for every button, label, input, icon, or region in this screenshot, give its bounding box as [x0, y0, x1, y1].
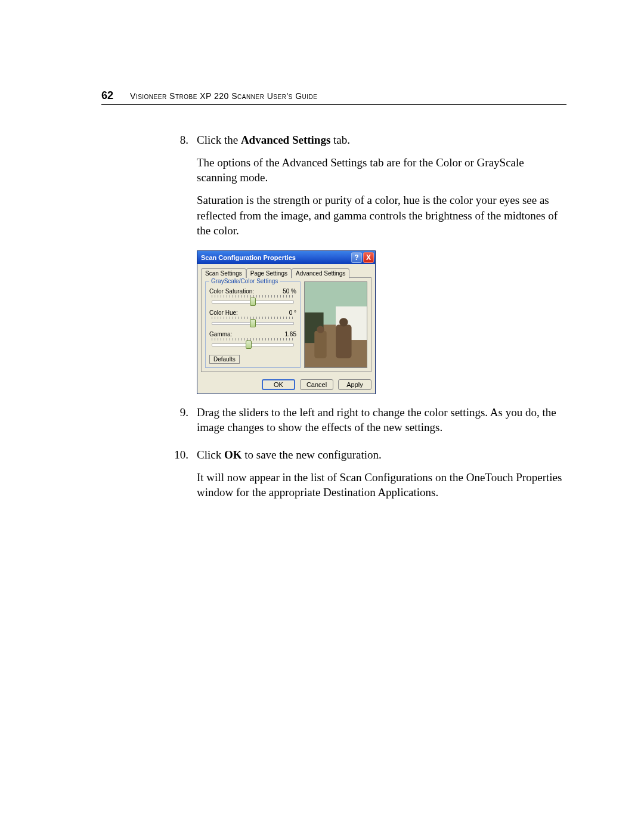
ok-button[interactable]: OK [262, 379, 295, 390]
saturation-row: Color Saturation: 50 % [209, 288, 296, 306]
dialog-screenshot: Scan Configuration Properties ? X Scan S… [197, 250, 566, 394]
hue-slider[interactable] [212, 319, 294, 327]
step-8-para3: Saturation is the strength or purity of … [197, 193, 566, 239]
step-number: 8. [173, 132, 197, 246]
text: Click the [197, 134, 241, 146]
saturation-label: Color Saturation: [209, 288, 254, 295]
help-button[interactable]: ? [351, 252, 362, 263]
tab-advanced-settings[interactable]: Advanced Settings [292, 268, 349, 278]
bold-text: Advanced Settings [241, 134, 330, 146]
svg-point-6 [317, 326, 324, 333]
tab-strip: Scan Settings Page Settings Advanced Set… [201, 268, 371, 278]
slider-thumb[interactable] [246, 340, 252, 349]
page-header: 62 Visioneer Strobe XP 220 Scanner User'… [101, 89, 566, 105]
step-9: 9. Drag the sliders to the left and righ… [173, 405, 566, 442]
grayscale-color-fieldset: GrayScale/Color Settings Color Saturatio… [205, 281, 301, 368]
text: tab. [330, 134, 350, 146]
gamma-slider[interactable] [212, 340, 294, 349]
help-icon: ? [354, 253, 358, 262]
apply-button[interactable]: Apply [338, 379, 371, 390]
gamma-label: Gamma: [209, 331, 232, 337]
scan-config-dialog: Scan Configuration Properties ? X Scan S… [197, 250, 376, 394]
tab-page-settings[interactable]: Page Settings [246, 268, 292, 278]
cancel-button[interactable]: Cancel [300, 379, 333, 390]
svg-rect-5 [336, 324, 352, 358]
step-number: 10. [173, 447, 197, 507]
close-icon: X [366, 253, 371, 262]
slider-thumb[interactable] [250, 319, 256, 327]
hue-value: 0 ° [289, 309, 296, 316]
gamma-row: Gamma: 1.65 [209, 331, 296, 349]
gamma-value: 1.65 [285, 331, 296, 337]
step-10: 10. Click OK to save the new configurati… [173, 447, 566, 507]
step-9-text: Drag the sliders to the left and right t… [197, 405, 566, 435]
step-number: 9. [173, 405, 197, 442]
text: to save the new configuration. [242, 448, 381, 461]
fieldset-legend: GrayScale/Color Settings [209, 278, 280, 284]
step-8-line1: Click the Advanced Settings tab. [197, 132, 566, 148]
dialog-titlebar: Scan Configuration Properties ? X [197, 251, 375, 264]
hue-row: Color Hue: 0 ° [209, 309, 296, 327]
page-number: 62 [101, 89, 113, 102]
tab-scan-settings[interactable]: Scan Settings [201, 268, 246, 278]
step-10-line1: Click OK to save the new configuration. [197, 447, 566, 463]
dialog-buttons: OK Cancel Apply [197, 376, 375, 394]
dialog-title: Scan Configuration Properties [201, 254, 350, 261]
defaults-button[interactable]: Defaults [209, 355, 240, 364]
step-10-para2: It will now appear in the list of Scan C… [197, 470, 566, 500]
hue-label: Color Hue: [209, 309, 238, 316]
close-button[interactable]: X [363, 252, 374, 263]
step-8: 8. Click the Advanced Settings tab. The … [173, 132, 566, 246]
document-title: Visioneer Strobe XP 220 Scanner User's G… [130, 91, 317, 101]
text: Click [197, 448, 224, 461]
bold-text: OK [224, 448, 242, 461]
svg-point-7 [339, 318, 348, 326]
slider-thumb[interactable] [250, 298, 256, 306]
svg-rect-4 [314, 331, 326, 358]
step-8-para2: The options of the Advanced Settings tab… [197, 155, 566, 185]
advanced-settings-panel: GrayScale/Color Settings Color Saturatio… [201, 277, 371, 372]
preview-image [304, 281, 367, 368]
saturation-value: 50 % [283, 288, 296, 295]
saturation-slider[interactable] [212, 298, 294, 306]
